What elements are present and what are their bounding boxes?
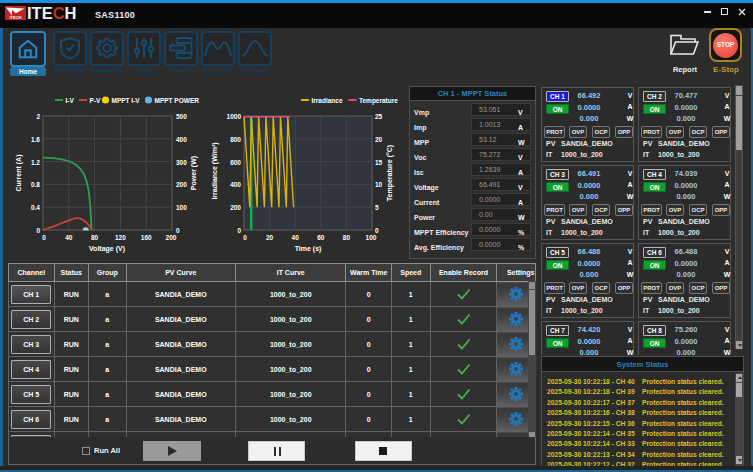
svg-text:Current (A): Current (A) [15, 155, 23, 192]
svg-text:ITECH: ITECH [10, 15, 22, 20]
svg-text:40: 40 [292, 234, 300, 241]
svg-text:300: 300 [176, 159, 187, 166]
svg-text:15: 15 [375, 159, 383, 166]
svg-text:400: 400 [176, 136, 187, 143]
svg-text:800: 800 [230, 136, 241, 143]
svg-text:MPPT POWER: MPPT POWER [155, 97, 200, 104]
svg-text:0.8: 0.8 [31, 181, 40, 188]
svg-text:MPPT I-V: MPPT I-V [112, 97, 141, 104]
svg-text:1000: 1000 [227, 113, 242, 120]
svg-text:Voltage (V): Voltage (V) [89, 245, 125, 253]
svg-text:1.6: 1.6 [31, 136, 40, 143]
svg-text:0: 0 [237, 227, 241, 234]
svg-text:0: 0 [36, 227, 40, 234]
svg-text:Time (s): Time (s) [295, 245, 322, 253]
svg-text:200: 200 [230, 204, 241, 211]
svg-text:5: 5 [375, 204, 379, 211]
svg-text:10: 10 [375, 181, 383, 188]
svg-text:100: 100 [176, 204, 187, 211]
svg-text:20: 20 [266, 234, 274, 241]
svg-text:1.2: 1.2 [31, 159, 40, 166]
svg-text:500: 500 [176, 113, 187, 120]
svg-text:0: 0 [243, 234, 247, 241]
svg-text:2: 2 [36, 113, 40, 120]
svg-text:0: 0 [375, 227, 379, 234]
svg-text:Irradiance: Irradiance [312, 97, 343, 104]
svg-text:80: 80 [91, 234, 99, 241]
svg-text:120: 120 [115, 234, 126, 241]
svg-text:20: 20 [375, 136, 383, 143]
svg-text:80: 80 [343, 234, 351, 241]
svg-text:160: 160 [141, 234, 152, 241]
svg-text:40: 40 [65, 234, 73, 241]
svg-text:200: 200 [166, 234, 177, 241]
svg-text:Irradiance (W/m²): Irradiance (W/m²) [211, 142, 219, 199]
svg-text:0: 0 [42, 234, 46, 241]
svg-text:Temperature: Temperature [359, 97, 398, 105]
svg-text:0.4: 0.4 [31, 204, 40, 211]
svg-text:25: 25 [375, 113, 383, 120]
svg-text:Temperature (°C): Temperature (°C) [386, 145, 394, 201]
svg-text:Power (W): Power (W) [190, 156, 198, 190]
svg-text:P-V: P-V [90, 97, 102, 104]
svg-text:0: 0 [176, 227, 180, 234]
svg-text:600: 600 [230, 159, 241, 166]
svg-text:400: 400 [230, 181, 241, 188]
svg-text:100: 100 [366, 234, 377, 241]
svg-text:200: 200 [176, 181, 187, 188]
svg-text:I-V: I-V [66, 97, 75, 104]
svg-text:60: 60 [317, 234, 325, 241]
